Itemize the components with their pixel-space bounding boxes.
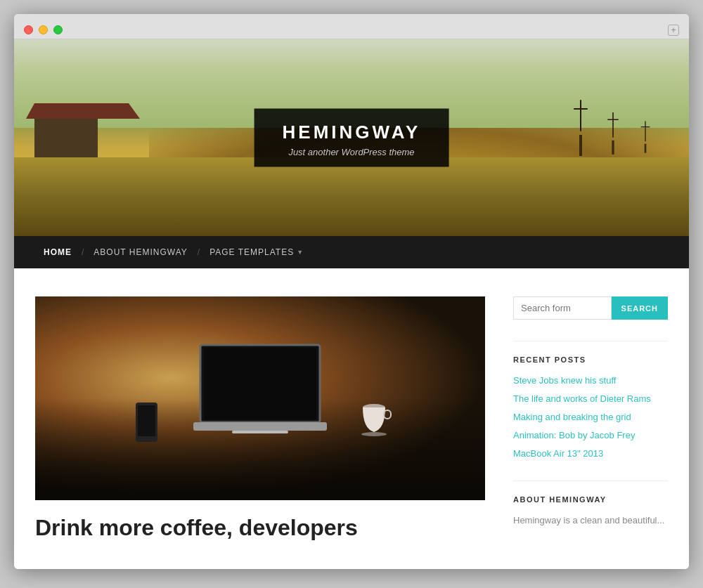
nav-page-templates[interactable]: PAGE TEMPLATES ▼ xyxy=(201,236,312,268)
dropdown-arrow-icon: ▼ xyxy=(297,249,304,256)
main-content: STICKY POST Drink more coffee, developer… xyxy=(14,268,689,569)
list-item: MacBook Air 13" 2013 xyxy=(513,447,668,459)
ground-strip xyxy=(14,157,689,236)
tree-branches xyxy=(571,100,591,135)
nav-home[interactable]: HOME xyxy=(35,236,80,268)
browser-window: + xyxy=(14,14,689,569)
list-item: The life and works of Dieter Rams xyxy=(513,392,668,405)
list-item: Steve Jobs knew his stuff xyxy=(513,374,668,386)
tree-branches xyxy=(605,112,621,140)
tree-trunk xyxy=(612,140,614,154)
tree-branches xyxy=(639,121,652,144)
recent-post-link[interactable]: Making and breaking the grid xyxy=(513,412,631,422)
search-button[interactable]: SEARCH xyxy=(612,296,668,320)
sidebar-divider-2 xyxy=(513,481,668,481)
nav-about[interactable]: ABOUT HEMINGWAY xyxy=(85,236,195,268)
maximize-button[interactable] xyxy=(53,25,63,34)
sidebar-divider-1 xyxy=(513,341,668,341)
search-form: SEARCH xyxy=(513,296,668,320)
recent-post-link[interactable]: MacBook Air 13" 2013 xyxy=(513,448,603,459)
svg-rect-5 xyxy=(384,410,391,419)
post-title: Drink more coffee, developers xyxy=(35,514,485,541)
list-item: Making and breaking the grid xyxy=(513,410,668,423)
hero-section: HEMINGWAY Just another WordPress theme xyxy=(14,39,689,236)
featured-image: STICKY POST xyxy=(35,296,485,500)
coffee-cup-icon xyxy=(360,400,395,439)
minimize-button[interactable] xyxy=(39,25,48,34)
recent-posts-list: Steve Jobs knew his stuff The life and w… xyxy=(513,374,668,459)
search-input[interactable] xyxy=(513,296,612,320)
browser-chrome: + xyxy=(14,14,689,39)
tree-trunk xyxy=(645,143,647,152)
content-area: STICKY POST Drink more coffee, developer… xyxy=(35,296,485,541)
site-title: HEMINGWAY xyxy=(283,122,421,143)
new-tab-button[interactable]: + xyxy=(668,25,679,36)
barn-roof xyxy=(26,103,106,119)
tree-2 xyxy=(605,112,621,155)
site-subtitle: Just another WordPress theme xyxy=(283,147,421,157)
phone-icon xyxy=(134,401,159,443)
barn-body xyxy=(34,119,98,157)
site-title-box: HEMINGWAY Just another WordPress theme xyxy=(254,109,449,167)
nav-divider-1: / xyxy=(80,247,85,257)
tree-1 xyxy=(571,100,591,162)
barn-decoration xyxy=(34,119,98,157)
svg-rect-2 xyxy=(193,422,327,431)
nav-bar: HOME / ABOUT HEMINGWAY / PAGE TEMPLATES … xyxy=(14,236,689,268)
recent-post-link[interactable]: Steve Jobs knew his stuff xyxy=(513,375,616,386)
recent-posts-title: RECENT POSTS xyxy=(513,355,668,364)
about-hemingway-title: ABOUT HEMINGWAY xyxy=(513,495,668,504)
nav-divider-2: / xyxy=(196,247,201,257)
list-item: Animation: Bob by Jacob Frey xyxy=(513,429,668,441)
tree-3 xyxy=(639,121,652,153)
about-text: Hemingway is a clean and beautiful... xyxy=(513,514,668,528)
recent-post-link[interactable]: The life and works of Dieter Rams xyxy=(513,393,651,404)
svg-rect-8 xyxy=(138,405,155,436)
close-button[interactable] xyxy=(24,25,33,34)
recent-post-link[interactable]: Animation: Bob by Jacob Frey xyxy=(513,430,635,440)
svg-rect-3 xyxy=(232,431,288,433)
laptop-illustration xyxy=(190,338,330,443)
trees-decoration xyxy=(571,100,655,162)
sidebar: SEARCH RECENT POSTS Steve Jobs knew his … xyxy=(513,296,668,541)
laptop-scene xyxy=(35,296,485,500)
tree-trunk xyxy=(579,135,582,156)
svg-point-6 xyxy=(361,432,387,436)
svg-rect-1 xyxy=(204,348,316,419)
